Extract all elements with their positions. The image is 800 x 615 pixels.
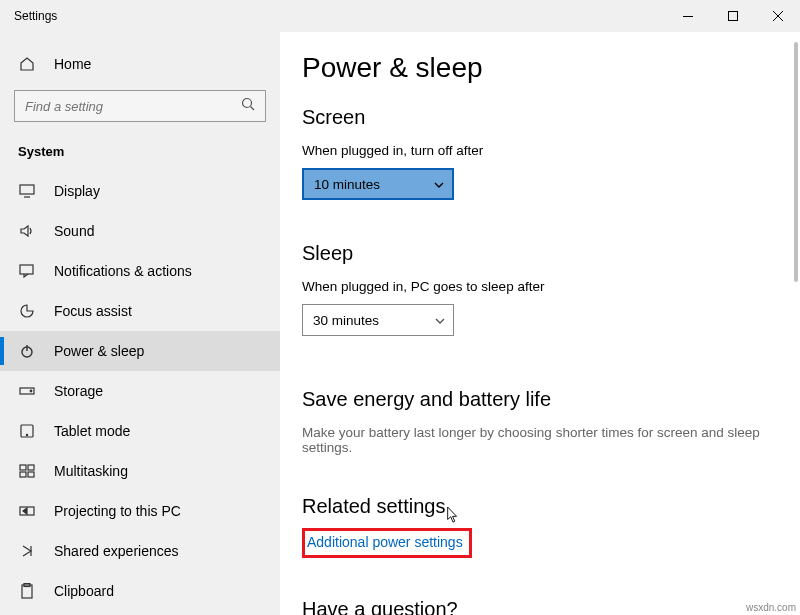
save-energy-heading: Save energy and battery life — [302, 388, 800, 411]
close-button[interactable] — [755, 0, 800, 32]
maximize-button[interactable] — [710, 0, 755, 32]
sidebar: Home System Display Sound Notifica — [0, 32, 280, 615]
svg-rect-6 — [20, 185, 34, 194]
sidebar-item-label: Power & sleep — [54, 343, 144, 359]
svg-rect-15 — [20, 465, 26, 470]
titlebar: Settings — [0, 0, 800, 32]
sleep-heading: Sleep — [302, 242, 800, 265]
sidebar-item-power[interactable]: Power & sleep — [0, 331, 280, 371]
multitasking-icon — [18, 462, 36, 480]
window-title: Settings — [0, 9, 665, 23]
clipboard-icon — [18, 582, 36, 600]
minimize-button[interactable] — [665, 0, 710, 32]
svg-point-12 — [30, 390, 32, 392]
screen-label: When plugged in, turn off after — [302, 143, 800, 158]
sidebar-item-clipboard[interactable]: Clipboard — [0, 571, 280, 611]
home-label: Home — [54, 56, 91, 72]
sidebar-item-label: Tablet mode — [54, 423, 130, 439]
svg-rect-1 — [728, 12, 737, 21]
cursor-icon — [447, 507, 459, 523]
sidebar-item-notifications[interactable]: Notifications & actions — [0, 251, 280, 291]
screen-timeout-dropdown[interactable]: 10 minutes — [302, 168, 454, 200]
highlight-box: Additional power settings — [302, 528, 472, 558]
save-energy-text: Make your battery last longer by choosin… — [302, 425, 800, 455]
sidebar-item-display[interactable]: Display — [0, 171, 280, 211]
svg-line-5 — [251, 107, 255, 111]
sidebar-item-label: Shared experiences — [54, 543, 179, 559]
storage-icon — [18, 382, 36, 400]
sidebar-item-label: Display — [54, 183, 100, 199]
sidebar-item-label: Notifications & actions — [54, 263, 192, 279]
window-controls — [665, 0, 800, 32]
sound-icon — [18, 222, 36, 240]
related-heading: Related settings — [302, 495, 445, 518]
focus-icon — [18, 302, 36, 320]
svg-rect-17 — [20, 472, 26, 477]
svg-rect-16 — [28, 465, 34, 470]
screen-heading: Screen — [302, 106, 800, 129]
sleep-timeout-value: 30 minutes — [313, 313, 379, 328]
sidebar-item-label: Focus assist — [54, 303, 132, 319]
home-icon — [18, 55, 36, 73]
screen-timeout-value: 10 minutes — [314, 177, 380, 192]
sidebar-item-focus[interactable]: Focus assist — [0, 291, 280, 331]
svg-rect-0 — [683, 16, 693, 17]
sleep-label: When plugged in, PC goes to sleep after — [302, 279, 800, 294]
content-pane: Power & sleep Screen When plugged in, tu… — [280, 32, 800, 615]
notifications-icon — [18, 262, 36, 280]
sidebar-item-label: Projecting to this PC — [54, 503, 181, 519]
sidebar-item-tablet[interactable]: Tablet mode — [0, 411, 280, 451]
sidebar-item-sound[interactable]: Sound — [0, 211, 280, 251]
search-box[interactable] — [14, 90, 266, 122]
question-heading: Have a question? — [302, 598, 800, 615]
sidebar-item-shared[interactable]: Shared experiences — [0, 531, 280, 571]
sidebar-item-label: Sound — [54, 223, 94, 239]
sidebar-item-label: Storage — [54, 383, 103, 399]
sidebar-item-label: Clipboard — [54, 583, 114, 599]
display-icon — [18, 182, 36, 200]
projecting-icon — [18, 502, 36, 520]
svg-rect-18 — [28, 472, 34, 477]
svg-point-14 — [26, 434, 27, 435]
search-input[interactable] — [25, 99, 241, 114]
shared-icon — [18, 542, 36, 560]
additional-power-settings-link[interactable]: Additional power settings — [307, 534, 463, 550]
chevron-down-icon — [435, 315, 445, 326]
watermark: wsxdn.com — [746, 602, 796, 613]
sidebar-item-multitasking[interactable]: Multitasking — [0, 451, 280, 491]
sidebar-item-projecting[interactable]: Projecting to this PC — [0, 491, 280, 531]
tablet-icon — [18, 422, 36, 440]
svg-rect-8 — [20, 265, 33, 274]
page-title: Power & sleep — [302, 52, 800, 84]
scrollbar[interactable] — [794, 42, 798, 282]
power-icon — [18, 342, 36, 360]
section-header: System — [0, 136, 280, 171]
sidebar-item-label: Multitasking — [54, 463, 128, 479]
search-icon — [241, 97, 255, 115]
chevron-down-icon — [434, 179, 444, 190]
sleep-timeout-dropdown[interactable]: 30 minutes — [302, 304, 454, 336]
sidebar-item-storage[interactable]: Storage — [0, 371, 280, 411]
svg-point-4 — [243, 99, 252, 108]
home-nav[interactable]: Home — [0, 44, 280, 84]
